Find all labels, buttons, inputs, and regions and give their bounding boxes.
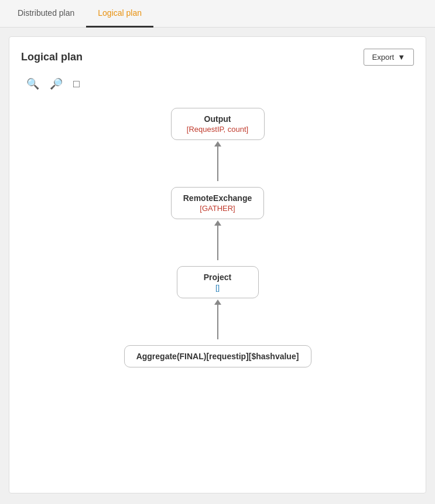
panel: Logical plan Export ▼ 🔍 🔎 □ Output	[9, 36, 426, 493]
zoom-out-button[interactable]: 🔎	[47, 77, 65, 90]
zoom-in-icon: 🔍	[26, 78, 39, 90]
export-button[interactable]: Export ▼	[364, 49, 414, 66]
toolbar: 🔍 🔎 □	[21, 77, 414, 90]
node-remote-exchange: RemoteExchange [GATHER]	[171, 187, 264, 219]
node-remote-exchange-title: RemoteExchange	[183, 193, 252, 203]
panel-header: Logical plan Export ▼	[21, 49, 414, 66]
fit-view-icon: □	[73, 78, 80, 90]
main-content: Logical plan Export ▼ 🔍 🔎 □ Output	[0, 28, 435, 502]
node-output-subtitle: [RequestIP, count]	[183, 125, 252, 134]
tabs-bar: Distributed plan Logical plan	[0, 0, 435, 28]
zoom-in-button[interactable]: 🔍	[24, 77, 42, 90]
diagram-area: Output [RequestIP, count] RemoteExchange…	[21, 102, 414, 373]
fit-view-button[interactable]: □	[71, 77, 82, 90]
arrow-output-to-remote	[217, 140, 218, 187]
arrow-project-to-aggregate	[217, 298, 218, 345]
node-aggregate: Aggregate(FINAL)[requestip][$hashvalue]	[124, 345, 311, 367]
node-remote-exchange-subtitle: [GATHER]	[183, 204, 252, 213]
tab-distributed[interactable]: Distributed plan	[6, 0, 86, 28]
arrow-remote-to-project	[217, 219, 218, 266]
node-project: Project []	[177, 266, 259, 298]
zoom-out-icon: 🔎	[50, 78, 63, 90]
export-arrow-icon: ▼	[398, 53, 405, 62]
node-output-title: Output	[183, 114, 252, 124]
tab-logical[interactable]: Logical plan	[86, 0, 153, 28]
node-output: Output [RequestIP, count]	[171, 108, 265, 140]
node-project-subtitle: []	[189, 283, 246, 292]
arrow-line-1	[217, 146, 218, 181]
panel-title: Logical plan	[21, 51, 83, 63]
arrow-line-3	[217, 304, 218, 339]
node-aggregate-title: Aggregate(FINAL)[requestip][$hashvalue]	[136, 352, 299, 361]
arrow-line-2	[217, 225, 218, 260]
node-project-title: Project	[189, 273, 246, 282]
